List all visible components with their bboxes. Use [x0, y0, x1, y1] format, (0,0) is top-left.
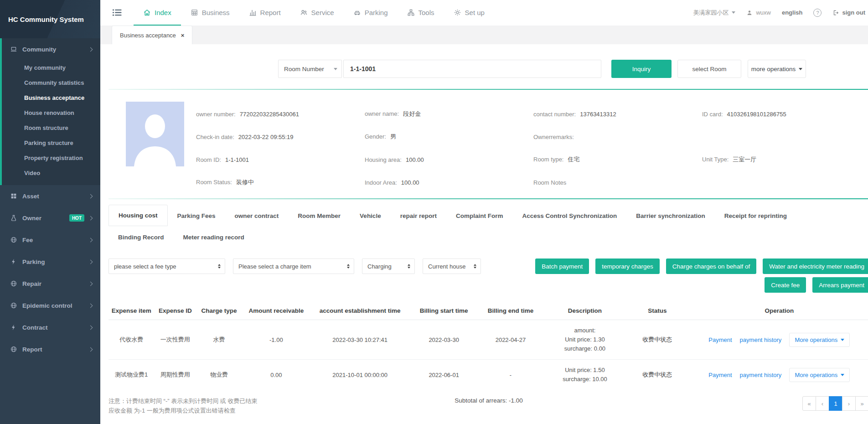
caret-down-icon	[841, 374, 844, 376]
col-description: Description	[543, 302, 627, 320]
tab-receipt-reprinting[interactable]: Receipt for reprinting	[715, 206, 796, 226]
top-menu-parking[interactable]: Parking	[344, 0, 398, 26]
create-fee-button[interactable]: Create fee	[765, 277, 806, 293]
chevron-right-icon	[88, 194, 93, 198]
sidebar-item-community-statistics[interactable]: Community statistics	[2, 75, 100, 90]
main-area: Index Business Report Service Parking To…	[100, 0, 868, 424]
select-room-button[interactable]: select Room	[677, 60, 741, 78]
fee-table: Expense item Expense ID Charge type Amou…	[108, 302, 868, 390]
sidebar-item-my-community[interactable]: My community	[2, 60, 100, 75]
users-icon	[300, 9, 308, 16]
cell-billing-end: 2022-04-27	[478, 320, 543, 360]
user-menu[interactable]: wuxw	[746, 9, 771, 16]
bar-chart-icon	[249, 9, 257, 16]
page-prev-button[interactable]: ‹	[816, 396, 829, 411]
more-operations-button[interactable]: More operations	[789, 333, 850, 347]
filter-row: please select a fee type Please select a…	[108, 259, 868, 293]
cell-operation: Payment payment history More operations	[688, 360, 868, 390]
page-first-button[interactable]: «	[802, 396, 816, 411]
tab-parking-fees[interactable]: Parking Fees	[168, 206, 225, 226]
top-menu-tools[interactable]: Tools	[398, 0, 444, 26]
payment-history-link[interactable]: payment history	[740, 336, 782, 343]
sidebar-item-label: Parking	[22, 259, 45, 265]
table-row: 代收水费 一次性费用 水费 -1.00 2022-03-30 10:27:41 …	[108, 320, 868, 360]
language-switch[interactable]: english	[782, 9, 803, 16]
payment-link[interactable]: Payment	[708, 336, 732, 343]
tab-complaint-form[interactable]: Complaint Form	[446, 206, 513, 226]
sidebar-item-business-acceptance[interactable]: Business acceptance	[2, 90, 100, 105]
more-operations-button[interactable]: More operations	[789, 368, 850, 382]
caret-down-icon	[334, 68, 337, 70]
payment-history-link[interactable]: payment history	[740, 372, 782, 378]
footer-notes: 注意：计费结束时间 “-” 表示未到计费时间 或 收费已结束 应收金额 为-1 …	[108, 396, 455, 415]
inquiry-button[interactable]: Inquiry	[611, 60, 672, 78]
tab-owner-contract[interactable]: owner contract	[225, 206, 289, 226]
sidebar-item-fee[interactable]: Fee	[0, 229, 100, 251]
community-name: 美满家园小区	[693, 9, 728, 17]
page-last-button[interactable]: »	[855, 396, 868, 411]
charge-item-select[interactable]: Please select a charge item	[233, 259, 354, 274]
sidebar-item-owner[interactable]: Owner HOT	[0, 207, 100, 229]
payment-link[interactable]: Payment	[708, 372, 732, 378]
batch-payment-button[interactable]: Batch payment	[535, 259, 589, 274]
charging-select[interactable]: Charging	[362, 259, 415, 274]
top-menu-setup[interactable]: Set up	[444, 0, 494, 26]
tab-housing-cost[interactable]: Housing cost	[108, 205, 168, 226]
fee-type-select[interactable]: please select a fee type	[108, 259, 225, 274]
current-house-select[interactable]: Current house	[423, 259, 481, 274]
temporary-charges-button[interactable]: temporary charges	[595, 259, 660, 274]
sidebar-item-report[interactable]: Report	[0, 338, 100, 360]
top-menu-report[interactable]: Report	[239, 0, 290, 26]
menu-toggle-icon[interactable]	[112, 8, 122, 17]
select-arrows-icon	[347, 264, 350, 269]
tab-room-member[interactable]: Room Member	[288, 206, 350, 226]
charge-on-behalf-button[interactable]: Charge charges on behalf of	[666, 259, 756, 274]
meter-reading-button[interactable]: Water and electricity meter reading	[763, 259, 868, 274]
sidebar-item-label: Epidemic control	[22, 302, 72, 309]
top-menu-index[interactable]: Index	[134, 0, 181, 26]
caret-down-icon	[799, 68, 802, 70]
sidebar-item-house-renovation[interactable]: House renovation	[2, 105, 100, 120]
sidebar-item-room-structure[interactable]: Room structure	[2, 120, 100, 135]
search-row: Room Number Inquiry select Room more ope…	[278, 60, 868, 78]
top-menu-business[interactable]: Business	[181, 0, 239, 26]
community-switcher[interactable]: 美满家园小区	[693, 9, 735, 17]
chevron-right-icon	[88, 281, 93, 286]
more-operations-dropdown[interactable]: more operations	[748, 60, 806, 78]
tab-meter-reading-record[interactable]: Meter reading record	[174, 227, 254, 248]
page-1-button[interactable]: 1	[829, 396, 842, 411]
tab-access-control-sync[interactable]: Access Control Synchronization	[512, 206, 626, 226]
sidebar-item-parking-structure[interactable]: Parking structure	[2, 135, 100, 150]
sidebar-item-asset[interactable]: Asset	[0, 185, 100, 207]
sidebar-item-repair[interactable]: Repair	[0, 273, 100, 295]
tab-business-acceptance[interactable]: Business acceptance ×	[112, 26, 192, 44]
field-indoor-area: Indoor Area:100.00	[365, 179, 533, 186]
cell-charge-type: 物业费	[196, 360, 242, 390]
tab-vehicle[interactable]: Vehicle	[350, 206, 391, 226]
sign-out-icon	[832, 10, 839, 16]
tab-repair-report[interactable]: repair report	[391, 206, 446, 226]
sidebar-item-community[interactable]: Community	[2, 38, 100, 60]
action-buttons: Batch payment temporary charges Charge c…	[535, 259, 868, 293]
chevron-right-icon	[88, 303, 93, 308]
help-icon[interactable]: ?	[813, 9, 822, 17]
cell-billing-end: -	[478, 360, 543, 390]
search-type-select[interactable]: Room Number	[278, 60, 342, 78]
arrears-payment-button[interactable]: Arrears payment	[812, 277, 868, 293]
page-next-button[interactable]: ›	[842, 396, 856, 411]
sidebar-item-property-registration[interactable]: Property registration	[2, 150, 100, 165]
close-icon[interactable]: ×	[181, 32, 185, 39]
sidebar-item-parking[interactable]: Parking	[0, 251, 100, 273]
owner-info-section: owner number:772022032285430061 owner na…	[108, 90, 868, 194]
tab-barrier-sync[interactable]: Barrier synchronization	[626, 206, 715, 226]
sitemap-icon	[407, 9, 415, 16]
sidebar-item-epidemic-control[interactable]: Epidemic control	[0, 295, 100, 316]
sidebar-item-label: Report	[22, 346, 42, 353]
sidebar-item-video[interactable]: Video	[2, 165, 100, 181]
bolt-icon	[10, 324, 17, 331]
top-menu-service[interactable]: Service	[290, 0, 344, 26]
room-number-input[interactable]	[343, 60, 601, 78]
sidebar-item-contract[interactable]: Contract	[0, 316, 100, 338]
sign-out-button[interactable]: sign out	[832, 9, 865, 16]
tab-binding-record[interactable]: Binding Record	[108, 227, 174, 248]
